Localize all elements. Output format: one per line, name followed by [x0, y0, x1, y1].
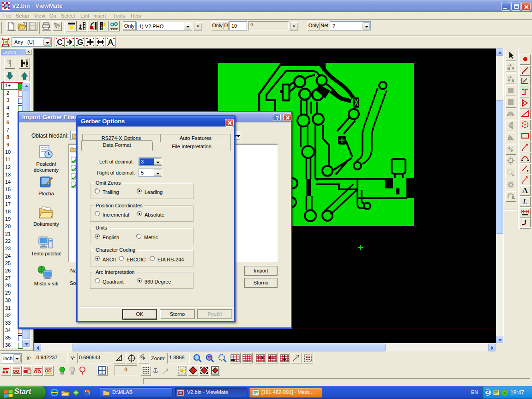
svg-text:G: G: [77, 38, 83, 47]
svg-text:L: L: [522, 197, 527, 206]
svg-text:?: ?: [57, 23, 60, 30]
svg-text:?: ?: [276, 115, 279, 121]
svg-text:A: A: [522, 186, 528, 195]
svg-text:A: A: [108, 38, 113, 47]
svg-text:C: C: [57, 38, 62, 47]
